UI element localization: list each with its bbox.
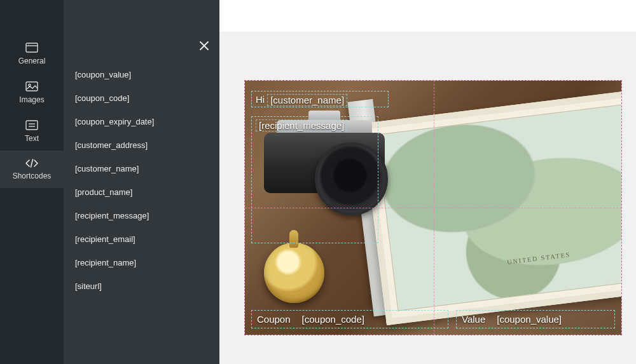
- message-box[interactable]: [recipient_message]: [251, 116, 378, 243]
- shortcode-item[interactable]: [coupon_expiry_date]: [75, 117, 208, 126]
- nav-label-general: General: [18, 57, 46, 65]
- svg-line-8: [31, 159, 33, 167]
- window-icon: [25, 43, 38, 53]
- nav-item-images[interactable]: Images: [0, 73, 64, 112]
- shortcode-item[interactable]: [coupon_code]: [75, 93, 208, 103]
- shortcode-list: [coupon_value] [coupon_code] [coupon_exp…: [64, 34, 219, 316]
- svg-rect-0: [26, 43, 38, 52]
- image-icon: [25, 81, 38, 91]
- coupon-placeholder: [coupon_code]: [302, 314, 364, 325]
- svg-point-2: [28, 44, 29, 44]
- greeting-box[interactable]: Hi [customer_name]: [251, 91, 389, 107]
- greeting-prefix: Hi: [256, 94, 265, 105]
- nav-label-text: Text: [25, 134, 39, 143]
- message-placeholder: [recipient_message]: [256, 119, 347, 131]
- code-icon: [25, 159, 39, 168]
- close-icon[interactable]: [199, 39, 209, 54]
- svg-point-4: [29, 84, 31, 86]
- value-label: Value: [462, 314, 485, 325]
- greeting-placeholder: [customer_name]: [267, 94, 347, 106]
- footer-row: Coupon [coupon_code] Value [coupon_value…: [251, 310, 615, 328]
- nav-item-general[interactable]: General: [0, 34, 64, 73]
- nav-item-shortcodes[interactable]: Shortcodes: [0, 151, 64, 188]
- canvas-area: UNITED STATES Hi [customer_name] [recipi…: [219, 0, 636, 364]
- compass-illustration: [264, 243, 324, 303]
- shortcode-item[interactable]: [customer_name]: [75, 164, 208, 173]
- value-placeholder: [coupon_value]: [497, 314, 562, 325]
- value-box[interactable]: Value [coupon_value]: [456, 310, 615, 328]
- shortcode-item[interactable]: [recipient_email]: [75, 234, 208, 244]
- coupon-box[interactable]: Coupon [coupon_code]: [251, 310, 448, 328]
- shortcodes-panel: [coupon_value] [coupon_code] [coupon_exp…: [64, 0, 219, 364]
- nav-label-images: Images: [19, 95, 44, 104]
- nav-item-text[interactable]: Text: [0, 112, 64, 151]
- editor-topbar: [219, 0, 636, 32]
- nav-rail: General Images Text Shortcodes: [0, 0, 64, 364]
- coupon-label: Coupon: [257, 314, 291, 325]
- shortcode-item[interactable]: [recipient_name]: [75, 258, 208, 267]
- nav-label-shortcodes: Shortcodes: [13, 172, 52, 180]
- shortcode-item[interactable]: [customer_address]: [75, 140, 208, 150]
- shortcode-item[interactable]: [recipient_message]: [75, 211, 208, 220]
- shortcode-item[interactable]: [product_name]: [75, 187, 208, 197]
- shortcode-item[interactable]: [siteurl]: [75, 281, 208, 291]
- canvas-background: UNITED STATES Hi [customer_name] [recipi…: [219, 32, 636, 364]
- text-icon: [25, 120, 38, 130]
- shortcode-item[interactable]: [coupon_value]: [75, 70, 208, 79]
- svg-rect-5: [26, 121, 38, 130]
- template-card[interactable]: UNITED STATES Hi [customer_name] [recipi…: [245, 81, 621, 335]
